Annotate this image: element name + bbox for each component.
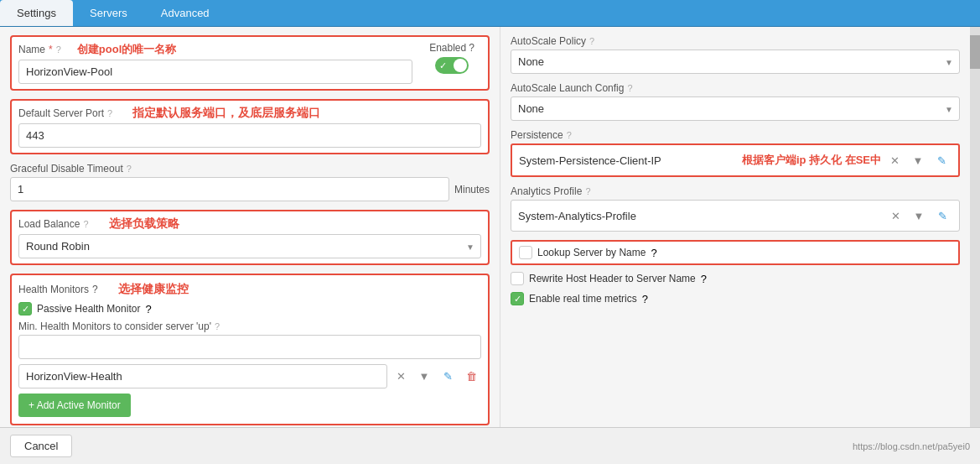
realtime-check-icon: ✓	[514, 294, 521, 305]
passive-health-row: ✓ Passive Health Monitor ?	[18, 302, 481, 315]
persistence-annotation: 根据客户端ip 持久化 在SE中	[742, 153, 881, 168]
analytics-value: System-Analytics-Profile	[518, 210, 882, 222]
tab-servers[interactable]: Servers	[73, 0, 144, 26]
graceful-section: Graceful Disable Timeout ? Minutes	[10, 163, 490, 201]
health-annotation: 选择健康监控	[118, 282, 189, 297]
analytics-chevron-icon[interactable]: ▼	[909, 205, 929, 227]
load-balance-section: Load Balance ? 选择负载策略 Round Robin Least …	[10, 210, 490, 265]
health-monitors-section: Health Monitors ? 选择健康监控 ✓ Passive Healt…	[10, 274, 490, 425]
name-label: Name * ? 创建pool的唯一名称	[18, 42, 412, 57]
left-panel: Name * ? 创建pool的唯一名称 Enabled ? ✓	[0, 27, 500, 427]
lookup-server-section: Lookup Server by Name ?	[511, 240, 960, 265]
realtime-metrics-label: Enable real time metrics	[529, 293, 637, 305]
right-panel: AutoScale Policy ? None AutoScale Launch…	[500, 27, 970, 427]
min-health-help-icon[interactable]: ?	[215, 321, 220, 331]
persistence-close-icon[interactable]: ✕	[884, 149, 905, 171]
name-annotation: 创建pool的唯一名称	[77, 42, 176, 57]
autoscale-select-wrapper: None	[511, 50, 960, 74]
monitor-chevron-icon[interactable]: ▼	[414, 366, 434, 388]
autoscale-launch-section: AutoScale Launch Config ? None	[511, 82, 960, 121]
persistence-edit-icon[interactable]: ✎	[931, 149, 951, 171]
passive-health-label: Passive Health Monitor	[37, 303, 140, 315]
analytics-section: Analytics Profile ? System-Analytics-Pro…	[511, 185, 960, 232]
persistence-chevron-icon[interactable]: ▼	[908, 149, 928, 171]
persistence-field: System-Persistence-Client-IP 根据客户端ip 持久化…	[511, 143, 960, 177]
monitor-close-icon[interactable]: ✕	[391, 366, 411, 388]
load-balance-label: Load Balance ? 选择负载策略	[18, 216, 481, 232]
autoscale-policy-label: AutoScale Policy ?	[511, 35, 960, 47]
graceful-input[interactable]	[10, 177, 449, 201]
default-port-help-icon[interactable]: ?	[107, 108, 112, 118]
name-field-wrapper: Name * ? 创建pool的唯一名称	[18, 42, 412, 84]
graceful-suffix: Minutes	[454, 184, 490, 196]
tab-advanced[interactable]: Advanced	[144, 0, 226, 26]
min-health-input[interactable]	[18, 335, 481, 359]
required-marker: *	[49, 44, 53, 55]
persistence-help-icon[interactable]: ?	[567, 130, 572, 140]
rewrite-host-label: Rewrite Host Header to Server Name	[529, 273, 696, 284]
default-port-label: Default Server Port ? 指定默认服务端口，及底层服务端口	[18, 106, 481, 121]
scrollbar[interactable]	[970, 27, 980, 427]
load-balance-select[interactable]: Round Robin Least Connections IP Hash	[18, 234, 481, 258]
autoscale-help-icon[interactable]: ?	[589, 36, 594, 46]
persistence-label: Persistence ?	[511, 129, 960, 141]
footer-url: https://blog.csdn.net/pa5yei0	[853, 441, 970, 451]
analytics-edit-icon[interactable]: ✎	[932, 205, 952, 227]
load-balance-select-wrapper: Round Robin Least Connections IP Hash	[18, 234, 481, 258]
autoscale-policy-section: AutoScale Policy ? None	[511, 35, 960, 74]
monitor-row: ✕ ▼ ✎ 🗑	[18, 364, 481, 388]
lookup-server-help-icon[interactable]: ?	[651, 247, 656, 259]
analytics-field: System-Analytics-Profile ✕ ▼ ✎	[511, 200, 960, 232]
name-input[interactable]	[18, 60, 412, 84]
autoscale-launch-select[interactable]: None	[511, 96, 960, 121]
autoscale-launch-select-wrapper: None	[511, 96, 960, 121]
graceful-label: Graceful Disable Timeout ?	[10, 163, 490, 175]
passive-check-icon: ✓	[22, 304, 29, 315]
load-balance-annotation: 选择负载策略	[109, 216, 179, 232]
passive-health-checkbox[interactable]: ✓	[18, 302, 32, 315]
name-help-icon[interactable]: ?	[56, 44, 61, 55]
persistence-value: System-Persistence-Client-IP	[519, 154, 739, 167]
lookup-server-checkbox[interactable]	[519, 246, 532, 259]
enabled-label: Enabled ?	[429, 42, 474, 54]
main-container: Settings Servers Advanced Name * ? 创建poo…	[0, 0, 980, 464]
rewrite-host-row: Rewrite Host Header to Server Name ?	[511, 272, 960, 285]
add-active-monitor-button[interactable]: + Add Active Monitor	[18, 394, 131, 417]
tab-bar: Settings Servers Advanced	[0, 0, 980, 27]
enabled-help-icon[interactable]: ?	[469, 42, 474, 54]
tab-settings[interactable]: Settings	[0, 0, 73, 26]
content-area: Name * ? 创建pool的唯一名称 Enabled ? ✓	[0, 27, 980, 427]
autoscale-launch-help-icon[interactable]: ?	[627, 83, 632, 93]
monitor-trash-icon[interactable]: 🗑	[461, 366, 481, 388]
autoscale-select[interactable]: None	[511, 50, 960, 74]
rewrite-host-checkbox[interactable]	[511, 272, 524, 285]
health-monitors-label: Health Monitors ? 选择健康监控	[18, 282, 481, 297]
name-section: Name * ? 创建pool的唯一名称 Enabled ? ✓	[10, 35, 490, 91]
realtime-metrics-help-icon[interactable]: ?	[642, 293, 648, 305]
autoscale-launch-label: AutoScale Launch Config ?	[511, 82, 960, 94]
realtime-metrics-checkbox[interactable]: ✓	[511, 292, 524, 305]
enabled-section: Enabled ? ✓	[423, 42, 481, 74]
toggle-check-icon: ✓	[439, 60, 447, 71]
persistence-section: Persistence ? System-Persistence-Client-…	[511, 129, 960, 177]
enabled-toggle[interactable]: ✓	[435, 57, 469, 74]
graceful-help-icon[interactable]: ?	[127, 164, 132, 174]
default-port-annotation: 指定默认服务端口，及底层服务端口	[132, 106, 320, 121]
load-balance-help-icon[interactable]: ?	[83, 219, 88, 229]
monitor-input[interactable]	[18, 364, 387, 388]
min-health-label: Min. Health Monitors to consider server …	[18, 321, 481, 332]
passive-health-help-icon[interactable]: ?	[145, 303, 151, 315]
footer: Cancel https://blog.csdn.net/pa5yei0	[0, 427, 980, 464]
analytics-help-icon[interactable]: ?	[585, 186, 590, 196]
scroll-thumb[interactable]	[970, 35, 980, 69]
graceful-input-row: Minutes	[10, 177, 490, 201]
cancel-button[interactable]: Cancel	[10, 435, 72, 457]
monitor-edit-icon[interactable]: ✎	[438, 366, 458, 388]
realtime-metrics-row: ✓ Enable real time metrics ?	[511, 292, 960, 305]
lookup-server-label: Lookup Server by Name	[537, 247, 646, 258]
rewrite-host-help-icon[interactable]: ?	[701, 273, 707, 285]
default-port-section: Default Server Port ? 指定默认服务端口，及底层服务端口	[10, 99, 490, 154]
health-monitors-help-icon[interactable]: ?	[92, 284, 98, 295]
default-port-input[interactable]	[18, 123, 481, 148]
analytics-close-icon[interactable]: ✕	[885, 205, 905, 227]
